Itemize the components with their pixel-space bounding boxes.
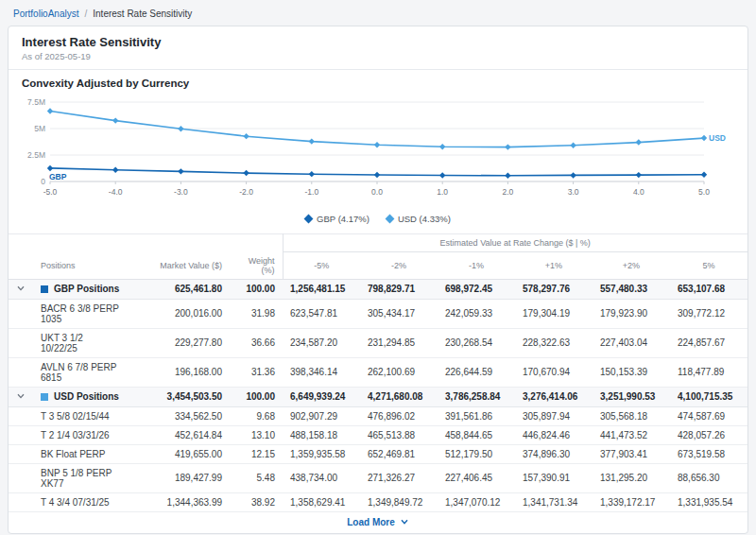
position-label: UKT 3 1/2 [41, 333, 135, 343]
position-group-row[interactable]: USD Positions3,454,503.50100.006,649,939… [9, 387, 747, 406]
position-label-cell: BACR 6 3/8 PERP1035 [33, 299, 143, 328]
position-label: T 4 3/4 07/31/25 [41, 497, 135, 508]
value-cell: 170,670.94 [515, 357, 593, 387]
value-cell: 1,359,935.58 [283, 444, 360, 463]
expand-cell [9, 406, 33, 425]
svg-text:-3.0: -3.0 [174, 187, 188, 197]
breadcrumb-separator: / [84, 9, 87, 19]
value-cell: 228,322.63 [515, 328, 593, 357]
position-sublabel: 10/22/25 [41, 343, 135, 354]
svg-text:5.0: 5.0 [698, 187, 710, 197]
svg-text:USD: USD [709, 133, 726, 143]
value-cell: 31.36 [230, 357, 283, 387]
position-row: T 4 3/4 07/31/251,344,363.9938.921,358,6… [9, 492, 747, 511]
column-header: -5% [283, 252, 360, 280]
value-cell: 88,656.30 [670, 463, 747, 492]
svg-text:1.0: 1.0 [437, 187, 448, 197]
chevron-down-icon[interactable] [16, 284, 26, 293]
value-cell: 189,427.99 [143, 463, 230, 492]
value-cell: 3,251,990.53 [593, 387, 670, 406]
chevron-down-icon[interactable] [16, 391, 26, 401]
value-cell: 1,331,935.54 [670, 492, 747, 511]
load-more-label: Load More [347, 517, 395, 527]
position-row: BNP 5 1/8 PERPXK77189,427.995.48438,734.… [9, 463, 747, 492]
value-cell: 438,734.00 [283, 463, 360, 492]
as-of-date: As of 2025-05-19 [22, 51, 734, 61]
value-cell: 150,153.39 [593, 357, 670, 387]
value-cell: 419,655.00 [143, 444, 230, 463]
series-color-swatch [41, 393, 48, 401]
svg-text:GBP: GBP [49, 172, 67, 181]
value-cell: 157,390.91 [515, 463, 593, 492]
legend-item-usd[interactable]: USD (4.33%) [387, 214, 451, 224]
card-header: Interest Rate Sensitivity As of 2025-05-… [9, 26, 747, 70]
position-label-cell: USD Positions [33, 387, 143, 406]
position-label: GBP Positions [54, 284, 119, 294]
value-cell: 12.15 [230, 444, 283, 463]
svg-text:0: 0 [41, 177, 45, 186]
svg-text:5M: 5M [34, 124, 45, 133]
position-label-cell: GBP Positions [33, 279, 143, 299]
position-label-cell: AVLN 6 7/8 PERP6815 [33, 357, 143, 387]
value-cell: 100.00 [230, 279, 283, 299]
value-cell: 512,179.50 [438, 444, 515, 463]
position-label: AVLN 6 7/8 PERP [41, 362, 135, 372]
breadcrumb-current: Interest Rate Sensitivity [93, 9, 192, 19]
value-cell: 226,644.59 [438, 357, 515, 387]
chart-section: Convexity Adjusted by Currency 02.5M5M7.… [9, 70, 747, 233]
svg-text:2.0: 2.0 [502, 187, 513, 197]
value-cell: 38.92 [230, 492, 283, 511]
value-cell: 305,897.94 [515, 406, 593, 425]
value-cell: 3,786,258.84 [438, 387, 515, 406]
position-label-cell: T 3 5/8 02/15/44 [33, 406, 143, 425]
value-cell: 1,347,070.12 [438, 492, 515, 511]
legend-label: GBP (4.17%) [317, 214, 369, 224]
column-header: 5% [670, 252, 747, 280]
legend-item-gbp[interactable]: GBP (4.17%) [305, 214, 369, 224]
svg-text:2.5M: 2.5M [27, 150, 45, 160]
column-header: +2% [593, 252, 670, 280]
value-cell: 673,519.58 [670, 444, 747, 463]
value-cell: 452,614.84 [143, 425, 230, 444]
position-label-cell: BK Float PERP [33, 444, 143, 463]
legend-diamond-icon [385, 215, 394, 224]
value-cell: 652,469.81 [360, 444, 438, 463]
value-cell: 231,294.85 [360, 328, 438, 357]
expand-cell [9, 357, 33, 387]
value-cell: 1,344,363.99 [143, 492, 230, 511]
value-cell: 488,158.18 [283, 425, 360, 444]
expand-cell [9, 463, 33, 492]
expand-cell [9, 492, 33, 511]
position-group-row[interactable]: GBP Positions625,461.80100.001,256,481.1… [9, 279, 747, 299]
value-cell: 271,326.27 [360, 463, 438, 492]
position-row: UKT 3 1/210/22/25229,277.8036.66234,587.… [9, 328, 747, 357]
value-cell: 262,100.69 [360, 357, 438, 387]
value-cell: 465,513.88 [360, 425, 438, 444]
chevron-down-icon [400, 517, 409, 526]
value-cell: 31.98 [230, 299, 283, 328]
value-cell: 623,547.81 [283, 299, 360, 328]
value-cell: 374,896.30 [515, 444, 593, 463]
value-cell: 234,587.20 [283, 328, 360, 357]
position-label: BACR 6 3/8 PERP [41, 303, 135, 314]
position-label: BK Float PERP [41, 449, 135, 459]
value-cell: 1,349,849.72 [360, 492, 438, 511]
page-title: Interest Rate Sensitivity [22, 35, 734, 49]
series-color-swatch [41, 285, 48, 293]
value-cell: 441,473.52 [593, 425, 670, 444]
load-more-button[interactable]: Load More [9, 512, 747, 533]
legend-label: USD (4.33%) [398, 214, 451, 224]
chart-legend: GBP (4.17%)USD (4.33%) [22, 210, 734, 232]
column-header: Weight (%) [230, 252, 283, 280]
value-cell: 3,454,503.50 [143, 387, 230, 406]
position-label-cell: T 4 3/4 07/31/25 [33, 492, 143, 511]
value-cell: 698,972.45 [438, 279, 515, 299]
position-row: T 2 1/4 03/31/26452,614.8413.10488,158.1… [9, 425, 747, 444]
spacer-cell [9, 252, 33, 280]
breadcrumb-portfolioanalyst-link[interactable]: PortfolioAnalyst [13, 9, 78, 19]
convexity-chart: 02.5M5M7.5M-5.0-4.0-3.0-2.0-1.00.01.02.0… [22, 95, 736, 210]
value-cell: 474,587.69 [670, 406, 747, 425]
value-cell: 578,297.76 [515, 279, 593, 299]
value-cell: 4,271,680.08 [360, 387, 438, 406]
value-cell: 229,277.80 [143, 328, 230, 357]
